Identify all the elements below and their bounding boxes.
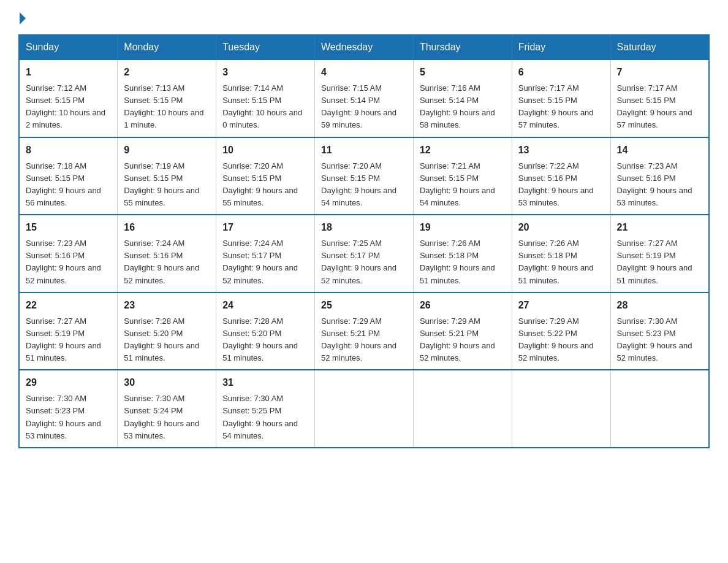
calendar-cell: 19Sunrise: 7:26 AMSunset: 5:18 PMDayligh… (413, 215, 512, 293)
day-number: 11 (321, 143, 407, 158)
day-info: Sunrise: 7:29 AMSunset: 5:22 PMDaylight:… (518, 315, 604, 365)
calendar-cell: 16Sunrise: 7:24 AMSunset: 5:16 PMDayligh… (118, 215, 216, 293)
day-number: 9 (124, 143, 210, 158)
day-number: 5 (420, 65, 506, 80)
day-info: Sunrise: 7:28 AMSunset: 5:20 PMDaylight:… (222, 315, 308, 365)
calendar-cell (512, 370, 610, 448)
day-number: 6 (518, 65, 604, 80)
calendar-cell: 23Sunrise: 7:28 AMSunset: 5:20 PMDayligh… (118, 293, 216, 370)
day-number: 29 (26, 375, 111, 390)
day-number: 8 (26, 143, 111, 158)
day-info: Sunrise: 7:20 AMSunset: 5:15 PMDaylight:… (222, 160, 308, 210)
day-number: 15 (26, 220, 111, 235)
calendar-cell: 22Sunrise: 7:27 AMSunset: 5:19 PMDayligh… (19, 293, 118, 370)
calendar-cell: 5Sunrise: 7:16 AMSunset: 5:14 PMDaylight… (413, 59, 512, 137)
day-info: Sunrise: 7:23 AMSunset: 5:16 PMDaylight:… (617, 160, 702, 210)
header-saturday: Saturday (610, 35, 709, 59)
calendar-cell: 21Sunrise: 7:27 AMSunset: 5:19 PMDayligh… (610, 215, 709, 293)
calendar-cell: 30Sunrise: 7:30 AMSunset: 5:24 PMDayligh… (118, 370, 216, 448)
day-info: Sunrise: 7:30 AMSunset: 5:24 PMDaylight:… (124, 393, 210, 442)
calendar-table: SundayMondayTuesdayWednesdayThursdayFrid… (18, 34, 710, 448)
calendar-cell: 27Sunrise: 7:29 AMSunset: 5:22 PMDayligh… (512, 293, 610, 370)
day-number: 16 (124, 220, 210, 235)
day-info: Sunrise: 7:19 AMSunset: 5:15 PMDaylight:… (124, 160, 210, 210)
day-number: 3 (222, 65, 308, 80)
day-number: 2 (124, 65, 210, 80)
header-tuesday: Tuesday (216, 35, 315, 59)
day-number: 30 (124, 375, 210, 390)
calendar-week-3: 15Sunrise: 7:23 AMSunset: 5:16 PMDayligh… (19, 215, 709, 293)
calendar-cell: 13Sunrise: 7:22 AMSunset: 5:16 PMDayligh… (512, 137, 610, 215)
day-info: Sunrise: 7:14 AMSunset: 5:15 PMDaylight:… (222, 82, 308, 132)
calendar-header-row: SundayMondayTuesdayWednesdayThursdayFrid… (19, 35, 709, 59)
day-info: Sunrise: 7:28 AMSunset: 5:20 PMDaylight:… (124, 315, 210, 365)
header-wednesday: Wednesday (315, 35, 414, 59)
calendar-cell: 18Sunrise: 7:25 AMSunset: 5:17 PMDayligh… (315, 215, 414, 293)
calendar-cell (610, 370, 709, 448)
calendar-cell: 28Sunrise: 7:30 AMSunset: 5:23 PMDayligh… (610, 293, 709, 370)
calendar-cell: 1Sunrise: 7:12 AMSunset: 5:15 PMDaylight… (19, 59, 118, 137)
day-number: 27 (518, 298, 604, 313)
calendar-week-2: 8Sunrise: 7:18 AMSunset: 5:15 PMDaylight… (19, 137, 709, 215)
calendar-week-4: 22Sunrise: 7:27 AMSunset: 5:19 PMDayligh… (19, 293, 709, 370)
header-friday: Friday (512, 35, 610, 59)
day-info: Sunrise: 7:17 AMSunset: 5:15 PMDaylight:… (518, 82, 604, 132)
day-number: 1 (26, 65, 111, 80)
calendar-cell: 12Sunrise: 7:21 AMSunset: 5:15 PMDayligh… (413, 137, 512, 215)
day-number: 14 (617, 143, 702, 158)
calendar-cell: 24Sunrise: 7:28 AMSunset: 5:20 PMDayligh… (216, 293, 315, 370)
day-info: Sunrise: 7:13 AMSunset: 5:15 PMDaylight:… (124, 82, 210, 132)
calendar-cell: 31Sunrise: 7:30 AMSunset: 5:25 PMDayligh… (216, 370, 315, 448)
calendar-cell (315, 370, 414, 448)
logo-arrow-icon (20, 12, 26, 25)
day-info: Sunrise: 7:23 AMSunset: 5:16 PMDaylight:… (26, 237, 111, 287)
header-monday: Monday (118, 35, 216, 59)
day-number: 28 (617, 298, 702, 313)
day-info: Sunrise: 7:17 AMSunset: 5:15 PMDaylight:… (617, 82, 702, 132)
day-info: Sunrise: 7:24 AMSunset: 5:17 PMDaylight:… (222, 237, 308, 287)
day-number: 21 (617, 220, 702, 235)
day-info: Sunrise: 7:18 AMSunset: 5:15 PMDaylight:… (26, 160, 111, 210)
day-number: 20 (518, 220, 604, 235)
calendar-cell: 25Sunrise: 7:29 AMSunset: 5:21 PMDayligh… (315, 293, 414, 370)
calendar-cell: 3Sunrise: 7:14 AMSunset: 5:15 PMDaylight… (216, 59, 315, 137)
day-info: Sunrise: 7:15 AMSunset: 5:14 PMDaylight:… (321, 82, 407, 132)
day-number: 12 (420, 143, 506, 158)
day-info: Sunrise: 7:26 AMSunset: 5:18 PMDaylight:… (420, 237, 506, 287)
calendar-cell: 20Sunrise: 7:26 AMSunset: 5:18 PMDayligh… (512, 215, 610, 293)
day-number: 25 (321, 298, 407, 313)
day-info: Sunrise: 7:25 AMSunset: 5:17 PMDaylight:… (321, 237, 407, 287)
calendar-cell: 9Sunrise: 7:19 AMSunset: 5:15 PMDaylight… (118, 137, 216, 215)
day-number: 24 (222, 298, 308, 313)
day-info: Sunrise: 7:16 AMSunset: 5:14 PMDaylight:… (420, 82, 506, 132)
day-info: Sunrise: 7:29 AMSunset: 5:21 PMDaylight:… (420, 315, 506, 365)
header-sunday: Sunday (19, 35, 118, 59)
day-number: 23 (124, 298, 210, 313)
header-thursday: Thursday (413, 35, 512, 59)
calendar-cell: 11Sunrise: 7:20 AMSunset: 5:15 PMDayligh… (315, 137, 414, 215)
day-info: Sunrise: 7:12 AMSunset: 5:15 PMDaylight:… (26, 82, 111, 132)
calendar-cell (413, 370, 512, 448)
logo (18, 12, 27, 25)
day-number: 18 (321, 220, 407, 235)
day-info: Sunrise: 7:30 AMSunset: 5:23 PMDaylight:… (617, 315, 702, 365)
calendar-cell: 10Sunrise: 7:20 AMSunset: 5:15 PMDayligh… (216, 137, 315, 215)
day-number: 10 (222, 143, 308, 158)
day-info: Sunrise: 7:30 AMSunset: 5:23 PMDaylight:… (26, 393, 111, 442)
page-header (18, 12, 710, 25)
day-number: 17 (222, 220, 308, 235)
day-info: Sunrise: 7:24 AMSunset: 5:16 PMDaylight:… (124, 237, 210, 287)
day-info: Sunrise: 7:30 AMSunset: 5:25 PMDaylight:… (222, 393, 308, 442)
day-info: Sunrise: 7:27 AMSunset: 5:19 PMDaylight:… (617, 237, 702, 287)
day-number: 26 (420, 298, 506, 313)
calendar-cell: 6Sunrise: 7:17 AMSunset: 5:15 PMDaylight… (512, 59, 610, 137)
calendar-cell: 7Sunrise: 7:17 AMSunset: 5:15 PMDaylight… (610, 59, 709, 137)
day-number: 22 (26, 298, 111, 313)
day-info: Sunrise: 7:27 AMSunset: 5:19 PMDaylight:… (26, 315, 111, 365)
day-info: Sunrise: 7:29 AMSunset: 5:21 PMDaylight:… (321, 315, 407, 365)
calendar-cell: 15Sunrise: 7:23 AMSunset: 5:16 PMDayligh… (19, 215, 118, 293)
calendar-week-1: 1Sunrise: 7:12 AMSunset: 5:15 PMDaylight… (19, 59, 709, 137)
day-info: Sunrise: 7:26 AMSunset: 5:18 PMDaylight:… (518, 237, 604, 287)
calendar-cell: 2Sunrise: 7:13 AMSunset: 5:15 PMDaylight… (118, 59, 216, 137)
day-info: Sunrise: 7:21 AMSunset: 5:15 PMDaylight:… (420, 160, 506, 210)
